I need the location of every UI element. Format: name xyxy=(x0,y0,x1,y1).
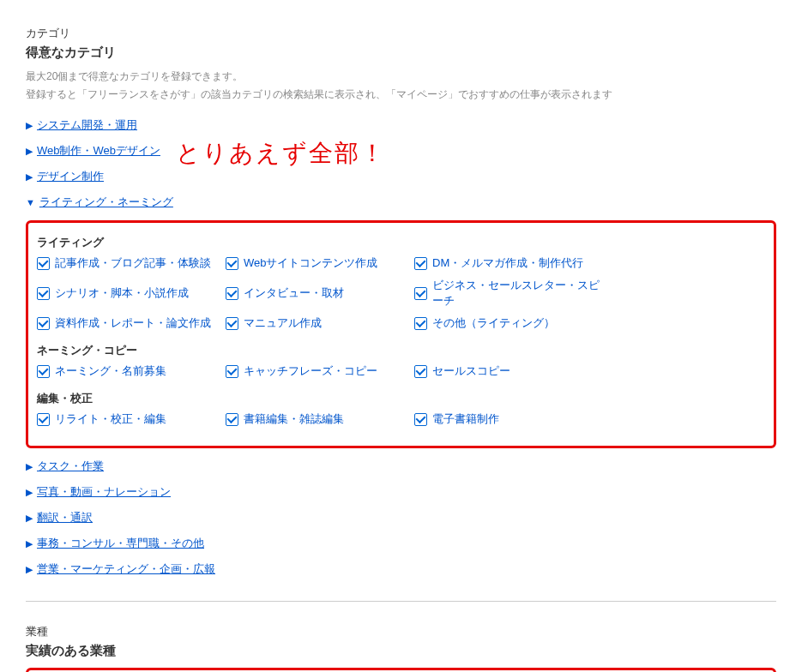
checkbox-item[interactable]: セールスコピー xyxy=(414,363,603,379)
page-title-category: 得意なカテゴリ xyxy=(26,45,776,61)
category-label: デザイン制作 xyxy=(37,169,104,184)
save-button-highlight: 保存する xyxy=(26,668,776,672)
checkbox-checked-icon xyxy=(37,365,50,378)
checkbox-item[interactable]: その他（ライティング） xyxy=(414,315,603,331)
category-label: 写真・動画・ナレーション xyxy=(37,484,171,500)
checkbox-item[interactable]: ビジネス・セールスレター・スピーチ xyxy=(414,278,603,309)
category-link[interactable]: ▶システム開発・運用 xyxy=(26,117,776,133)
subgroup-title: 編集・校正 xyxy=(37,391,765,406)
checkbox-label: 電子書籍制作 xyxy=(432,411,499,427)
checkbox-label: リライト・校正・編集 xyxy=(55,411,166,427)
checkbox-checked-icon xyxy=(414,365,427,378)
chevron-right-icon: ▶ xyxy=(26,120,33,131)
section-label-industry: 業種 xyxy=(26,624,776,639)
category-link[interactable]: ▶事務・コンサル・専門職・その他 xyxy=(26,536,776,551)
checkbox-checked-icon xyxy=(414,287,427,300)
note-1: 最大20個まで得意なカテゴリを登録できます。 xyxy=(26,69,776,84)
subgroup-title: ライティング xyxy=(37,235,765,250)
checkbox-item[interactable]: キャッチフレーズ・コピー xyxy=(226,363,414,379)
category-expanded-label: ライティング・ネーミング xyxy=(39,195,173,210)
note-2: 登録すると「フリーランスをさがす」の該当カテゴリの検索結果に表示され、「マイペー… xyxy=(26,87,776,102)
chevron-right-icon: ▶ xyxy=(26,487,33,498)
checkbox-label: DM・メルマガ作成・制作代行 xyxy=(432,255,583,271)
checkbox-label: 資料作成・レポート・論文作成 xyxy=(55,315,211,331)
checkbox-label: マニュアル作成 xyxy=(244,315,322,331)
chevron-right-icon: ▶ xyxy=(26,564,33,575)
category-link[interactable]: ▶写真・動画・ナレーション xyxy=(26,484,776,500)
checkbox-item[interactable]: DM・メルマガ作成・制作代行 xyxy=(414,255,603,271)
checkbox-item[interactable]: リライト・校正・編集 xyxy=(37,411,226,427)
category-label: 営業・マーケティング・企画・広報 xyxy=(37,561,215,577)
checkbox-checked-icon xyxy=(414,317,427,330)
checkbox-checked-icon xyxy=(37,317,50,330)
checkbox-checked-icon xyxy=(226,413,238,426)
expanded-category-box: ライティング記事作成・ブログ記事・体験談Webサイトコンテンツ作成DM・メルマガ… xyxy=(26,220,776,448)
checkbox-checked-icon xyxy=(226,287,238,300)
divider xyxy=(26,601,776,602)
checkbox-checked-icon xyxy=(414,413,427,426)
category-link[interactable]: ▶タスク・作業 xyxy=(26,459,776,474)
checkbox-item[interactable]: シナリオ・脚本・小説作成 xyxy=(37,278,226,309)
category-label: Web制作・Webデザイン xyxy=(37,143,160,159)
checkbox-label: 書籍編集・雑誌編集 xyxy=(244,411,344,427)
checkbox-checked-icon xyxy=(226,365,238,378)
chevron-down-icon: ▼ xyxy=(26,197,35,207)
category-label: システム開発・運用 xyxy=(37,117,137,133)
checkbox-item[interactable]: インタビュー・取材 xyxy=(226,278,414,309)
checkbox-checked-icon xyxy=(37,287,50,300)
chevron-right-icon: ▶ xyxy=(26,146,33,157)
checkbox-item[interactable]: 電子書籍制作 xyxy=(414,411,603,427)
category-expanded-header[interactable]: ▼ ライティング・ネーミング xyxy=(26,195,776,210)
checkbox-item[interactable]: Webサイトコンテンツ作成 xyxy=(226,255,414,271)
checkbox-label: Webサイトコンテンツ作成 xyxy=(244,255,378,271)
checkbox-label: シナリオ・脚本・小説作成 xyxy=(55,285,189,301)
checkbox-label: キャッチフレーズ・コピー xyxy=(244,363,377,379)
checkbox-item[interactable]: マニュアル作成 xyxy=(226,315,414,331)
page-title-industry: 実績のある業種 xyxy=(26,643,776,659)
checkbox-label: ビジネス・セールスレター・スピーチ xyxy=(432,278,603,309)
checkbox-label: その他（ライティング） xyxy=(432,315,555,331)
section-label-category: カテゴリ xyxy=(26,26,776,41)
category-link[interactable]: ▶デザイン制作 xyxy=(26,169,776,184)
checkbox-checked-icon xyxy=(226,317,238,330)
checkbox-item[interactable]: ネーミング・名前募集 xyxy=(37,363,226,379)
checkbox-item[interactable]: 資料作成・レポート・論文作成 xyxy=(37,315,226,331)
category-label: 翻訳・通訳 xyxy=(37,510,93,525)
category-link[interactable]: ▶翻訳・通訳 xyxy=(26,510,776,525)
category-label: タスク・作業 xyxy=(37,459,104,474)
subgroup-title: ネーミング・コピー xyxy=(37,343,765,358)
checkbox-checked-icon xyxy=(226,257,238,270)
category-label: 事務・コンサル・専門職・その他 xyxy=(37,536,204,551)
checkbox-label: ネーミング・名前募集 xyxy=(55,363,166,379)
checkbox-item[interactable]: 記事作成・ブログ記事・体験談 xyxy=(37,255,226,271)
chevron-right-icon: ▶ xyxy=(26,461,33,472)
category-link[interactable]: ▶営業・マーケティング・企画・広報 xyxy=(26,561,776,577)
checkbox-item[interactable]: 書籍編集・雑誌編集 xyxy=(226,411,414,427)
checkbox-checked-icon xyxy=(37,257,50,270)
checkbox-label: 記事作成・ブログ記事・体験談 xyxy=(55,255,211,271)
checkbox-label: インタビュー・取材 xyxy=(244,285,344,301)
category-link[interactable]: ▶Web制作・Webデザイン xyxy=(26,143,776,159)
chevron-right-icon: ▶ xyxy=(26,513,33,524)
chevron-right-icon: ▶ xyxy=(26,171,33,183)
checkbox-checked-icon xyxy=(414,257,427,270)
chevron-right-icon: ▶ xyxy=(26,538,33,549)
checkbox-checked-icon xyxy=(37,413,50,426)
checkbox-label: セールスコピー xyxy=(432,363,510,379)
